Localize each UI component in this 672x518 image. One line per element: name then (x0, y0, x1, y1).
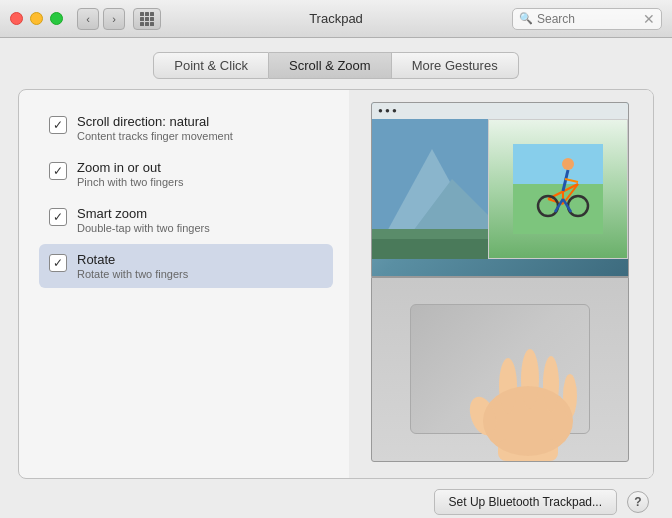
svg-rect-6 (513, 144, 603, 184)
setting-scroll-direction-desc: Content tracks finger movement (77, 130, 233, 142)
setting-rotate[interactable]: ✓ Rotate Rotate with two fingers (39, 244, 333, 288)
checkbox-smart-zoom[interactable]: ✓ (49, 208, 67, 226)
setting-rotate-text: Rotate Rotate with two fingers (77, 252, 188, 280)
grid-icon (140, 12, 154, 26)
tab-more-gestures[interactable]: More Gestures (392, 52, 519, 79)
search-input[interactable] (537, 12, 637, 26)
screenshot-menubar: ● ● ● (372, 103, 628, 119)
setting-smart-zoom[interactable]: ✓ Smart zoom Double-tap with two fingers (39, 198, 333, 242)
setting-smart-zoom-text: Smart zoom Double-tap with two fingers (77, 206, 210, 234)
checkbox-scroll-direction[interactable]: ✓ (49, 116, 67, 134)
setting-smart-zoom-desc: Double-tap with two fingers (77, 222, 210, 234)
setting-smart-zoom-title: Smart zoom (77, 206, 210, 221)
svg-point-7 (562, 158, 574, 170)
setting-zoom-desc: Pinch with two fingers (77, 176, 183, 188)
content-panel: ✓ Scroll direction: natural Content trac… (18, 89, 654, 479)
search-icon: 🔍 (519, 12, 533, 25)
back-button[interactable]: ‹ (77, 8, 99, 30)
bottom-bar: Set Up Bluetooth Trackpad... ? (18, 489, 654, 515)
grid-view-button[interactable] (133, 8, 161, 30)
hand-gesture-icon (458, 311, 598, 461)
svg-point-25 (483, 386, 573, 456)
help-button[interactable]: ? (627, 491, 649, 513)
desktop-screenshot: ● ● ● (371, 102, 629, 277)
preview-area: ● ● ● (349, 90, 653, 478)
forward-button[interactable]: › (103, 8, 125, 30)
checkbox-zoom[interactable]: ✓ (49, 162, 67, 180)
chevron-right-icon: › (112, 13, 116, 25)
setting-rotate-title: Rotate (77, 252, 188, 267)
titlebar: ‹ › Trackpad 🔍 ✕ (0, 0, 672, 38)
minimize-button[interactable] (30, 12, 43, 25)
window-title: Trackpad (309, 11, 363, 26)
screenshot-content (372, 119, 628, 276)
setting-rotate-desc: Rotate with two fingers (77, 268, 188, 280)
setting-scroll-direction-title: Scroll direction: natural (77, 114, 233, 129)
checkmark-icon: ✓ (53, 257, 63, 269)
setting-scroll-direction-text: Scroll direction: natural Content tracks… (77, 114, 233, 142)
bluetooth-setup-button[interactable]: Set Up Bluetooth Trackpad... (434, 489, 617, 515)
checkbox-rotate[interactable]: ✓ (49, 254, 67, 272)
preview-container: ● ● ● (371, 102, 631, 467)
tab-scroll-zoom[interactable]: Scroll & Zoom (269, 52, 392, 79)
search-clear-button[interactable]: ✕ (643, 11, 655, 27)
mountain-background (372, 119, 492, 259)
trackpad-image (371, 277, 629, 462)
chevron-left-icon: ‹ (86, 13, 90, 25)
bike-photo (488, 119, 628, 259)
traffic-lights (10, 12, 63, 25)
search-box[interactable]: 🔍 ✕ (512, 8, 662, 30)
checkmark-icon: ✓ (53, 211, 63, 223)
settings-list: ✓ Scroll direction: natural Content trac… (19, 90, 349, 478)
checkmark-icon: ✓ (53, 119, 63, 131)
svg-rect-4 (372, 239, 492, 259)
maximize-button[interactable] (50, 12, 63, 25)
setting-zoom-title: Zoom in or out (77, 160, 183, 175)
setting-zoom[interactable]: ✓ Zoom in or out Pinch with two fingers (39, 152, 333, 196)
main-content: Point & Click Scroll & Zoom More Gesture… (0, 38, 672, 518)
setting-zoom-text: Zoom in or out Pinch with two fingers (77, 160, 183, 188)
tab-point-click[interactable]: Point & Click (153, 52, 269, 79)
nav-buttons: ‹ › (77, 8, 125, 30)
tab-bar: Point & Click Scroll & Zoom More Gesture… (153, 52, 518, 79)
checkmark-icon: ✓ (53, 165, 63, 177)
close-button[interactable] (10, 12, 23, 25)
setting-scroll-direction[interactable]: ✓ Scroll direction: natural Content trac… (39, 106, 333, 150)
